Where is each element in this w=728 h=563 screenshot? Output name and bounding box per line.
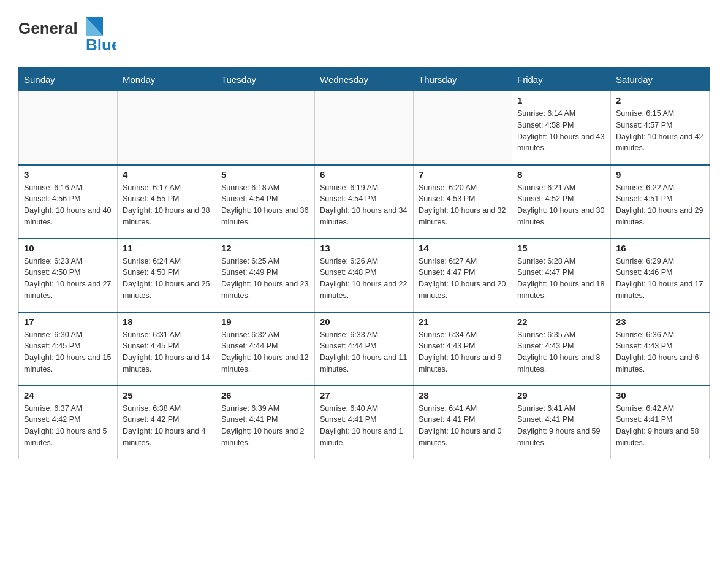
calendar-day-cell: 9Sunrise: 6:22 AMSunset: 4:51 PMDaylight… [611, 165, 710, 239]
day-number: 18 [123, 316, 211, 327]
calendar-day-cell [414, 91, 512, 165]
calendar-day-cell: 15Sunrise: 6:28 AMSunset: 4:47 PMDayligh… [512, 239, 611, 312]
day-info: Sunrise: 6:38 AMSunset: 4:42 PMDaylight:… [123, 403, 211, 449]
day-number: 5 [221, 169, 309, 180]
calendar-day-cell: 18Sunrise: 6:31 AMSunset: 4:45 PMDayligh… [118, 312, 216, 386]
day-number: 24 [24, 390, 112, 400]
day-number: 15 [517, 243, 605, 253]
calendar-week-row: 10Sunrise: 6:23 AMSunset: 4:50 PMDayligh… [19, 239, 710, 312]
day-info: Sunrise: 6:17 AMSunset: 4:55 PMDaylight:… [123, 182, 211, 228]
calendar-day-cell: 8Sunrise: 6:21 AMSunset: 4:52 PMDaylight… [512, 165, 611, 239]
calendar-day-cell: 28Sunrise: 6:41 AMSunset: 4:41 PMDayligh… [414, 386, 512, 459]
calendar-week-row: 24Sunrise: 6:37 AMSunset: 4:42 PMDayligh… [19, 386, 710, 459]
day-info: Sunrise: 6:14 AMSunset: 4:58 PMDaylight:… [517, 108, 605, 154]
calendar-week-row: 1Sunrise: 6:14 AMSunset: 4:58 PMDaylight… [19, 91, 710, 165]
calendar-day-cell: 13Sunrise: 6:26 AMSunset: 4:48 PMDayligh… [315, 239, 414, 312]
calendar-day-cell: 27Sunrise: 6:40 AMSunset: 4:41 PMDayligh… [315, 386, 414, 459]
day-info: Sunrise: 6:41 AMSunset: 4:41 PMDaylight:… [419, 403, 507, 449]
day-number: 7 [419, 169, 507, 180]
calendar-day-cell: 1Sunrise: 6:14 AMSunset: 4:58 PMDaylight… [512, 91, 611, 165]
day-number: 6 [320, 169, 408, 180]
day-info: Sunrise: 6:39 AMSunset: 4:41 PMDaylight:… [221, 403, 309, 449]
day-number: 26 [221, 390, 309, 400]
day-number: 10 [24, 243, 112, 253]
calendar-day-cell [216, 91, 315, 165]
calendar-day-cell: 3Sunrise: 6:16 AMSunset: 4:56 PMDaylight… [19, 165, 118, 239]
day-of-week-header: Sunday [19, 68, 118, 91]
calendar-day-cell [118, 91, 216, 165]
day-info: Sunrise: 6:24 AMSunset: 4:50 PMDaylight:… [123, 256, 211, 302]
calendar-day-cell: 12Sunrise: 6:25 AMSunset: 4:49 PMDayligh… [216, 239, 315, 312]
day-number: 2 [616, 95, 704, 105]
day-info: Sunrise: 6:42 AMSunset: 4:41 PMDaylight:… [616, 403, 704, 449]
day-number: 23 [616, 316, 704, 327]
day-number: 30 [616, 390, 704, 400]
calendar-day-cell: 23Sunrise: 6:36 AMSunset: 4:43 PMDayligh… [611, 312, 710, 386]
day-number: 22 [517, 316, 605, 327]
day-number: 12 [221, 243, 309, 253]
day-number: 9 [616, 169, 704, 180]
calendar-day-cell: 5Sunrise: 6:18 AMSunset: 4:54 PMDaylight… [216, 165, 315, 239]
day-number: 19 [221, 316, 309, 327]
calendar-day-cell: 10Sunrise: 6:23 AMSunset: 4:50 PMDayligh… [19, 239, 118, 312]
day-info: Sunrise: 6:23 AMSunset: 4:50 PMDaylight:… [24, 256, 112, 302]
day-number: 16 [616, 243, 704, 253]
day-info: Sunrise: 6:19 AMSunset: 4:54 PMDaylight:… [320, 182, 408, 228]
calendar-day-cell: 6Sunrise: 6:19 AMSunset: 4:54 PMDaylight… [315, 165, 414, 239]
calendar-table: SundayMondayTuesdayWednesdayThursdayFrid… [18, 67, 710, 459]
calendar-day-cell: 20Sunrise: 6:33 AMSunset: 4:44 PMDayligh… [315, 312, 414, 386]
day-number: 14 [419, 243, 507, 253]
day-info: Sunrise: 6:28 AMSunset: 4:47 PMDaylight:… [517, 256, 605, 302]
logo: General Blue [18, 12, 116, 55]
calendar-day-cell: 17Sunrise: 6:30 AMSunset: 4:45 PMDayligh… [19, 312, 118, 386]
day-info: Sunrise: 6:26 AMSunset: 4:48 PMDaylight:… [320, 256, 408, 302]
day-number: 8 [517, 169, 605, 180]
calendar-day-cell: 30Sunrise: 6:42 AMSunset: 4:41 PMDayligh… [611, 386, 710, 459]
calendar-day-cell: 16Sunrise: 6:29 AMSunset: 4:46 PMDayligh… [611, 239, 710, 312]
day-of-week-header: Saturday [611, 68, 710, 91]
day-number: 28 [419, 390, 507, 400]
day-number: 11 [123, 243, 211, 253]
calendar-week-row: 3Sunrise: 6:16 AMSunset: 4:56 PMDaylight… [19, 165, 710, 239]
day-info: Sunrise: 6:41 AMSunset: 4:41 PMDaylight:… [517, 403, 605, 449]
calendar-day-cell: 24Sunrise: 6:37 AMSunset: 4:42 PMDayligh… [19, 386, 118, 459]
day-number: 13 [320, 243, 408, 253]
svg-text:Blue: Blue [86, 36, 116, 54]
day-number: 1 [517, 95, 605, 105]
day-number: 25 [123, 390, 211, 400]
calendar-week-row: 17Sunrise: 6:30 AMSunset: 4:45 PMDayligh… [19, 312, 710, 386]
day-of-week-header: Friday [512, 68, 611, 91]
calendar-day-cell: 26Sunrise: 6:39 AMSunset: 4:41 PMDayligh… [216, 386, 315, 459]
day-info: Sunrise: 6:34 AMSunset: 4:43 PMDaylight:… [419, 329, 507, 375]
day-info: Sunrise: 6:40 AMSunset: 4:41 PMDaylight:… [320, 403, 408, 449]
day-number: 17 [24, 316, 112, 327]
day-info: Sunrise: 6:35 AMSunset: 4:43 PMDaylight:… [517, 329, 605, 375]
calendar-day-cell: 21Sunrise: 6:34 AMSunset: 4:43 PMDayligh… [414, 312, 512, 386]
day-of-week-header: Tuesday [216, 68, 315, 91]
svg-text:General: General [18, 19, 78, 37]
day-of-week-header: Thursday [414, 68, 512, 91]
day-of-week-header: Monday [118, 68, 216, 91]
day-number: 4 [123, 169, 211, 180]
day-info: Sunrise: 6:25 AMSunset: 4:49 PMDaylight:… [221, 256, 309, 302]
day-info: Sunrise: 6:22 AMSunset: 4:51 PMDaylight:… [616, 182, 704, 228]
day-info: Sunrise: 6:21 AMSunset: 4:52 PMDaylight:… [517, 182, 605, 228]
logo-svg: General Blue [18, 12, 116, 55]
calendar-header-row: SundayMondayTuesdayWednesdayThursdayFrid… [19, 68, 710, 91]
day-of-week-header: Wednesday [315, 68, 414, 91]
day-info: Sunrise: 6:20 AMSunset: 4:53 PMDaylight:… [419, 182, 507, 228]
calendar-day-cell [19, 91, 118, 165]
calendar-day-cell [315, 91, 414, 165]
calendar-day-cell: 19Sunrise: 6:32 AMSunset: 4:44 PMDayligh… [216, 312, 315, 386]
day-info: Sunrise: 6:31 AMSunset: 4:45 PMDaylight:… [123, 329, 211, 375]
day-info: Sunrise: 6:30 AMSunset: 4:45 PMDaylight:… [24, 329, 112, 375]
day-number: 21 [419, 316, 507, 327]
day-info: Sunrise: 6:36 AMSunset: 4:43 PMDaylight:… [616, 329, 704, 375]
calendar-day-cell: 14Sunrise: 6:27 AMSunset: 4:47 PMDayligh… [414, 239, 512, 312]
day-info: Sunrise: 6:18 AMSunset: 4:54 PMDaylight:… [221, 182, 309, 228]
calendar-day-cell: 25Sunrise: 6:38 AMSunset: 4:42 PMDayligh… [118, 386, 216, 459]
day-number: 20 [320, 316, 408, 327]
calendar-day-cell: 4Sunrise: 6:17 AMSunset: 4:55 PMDaylight… [118, 165, 216, 239]
day-number: 29 [517, 390, 605, 400]
day-info: Sunrise: 6:33 AMSunset: 4:44 PMDaylight:… [320, 329, 408, 375]
